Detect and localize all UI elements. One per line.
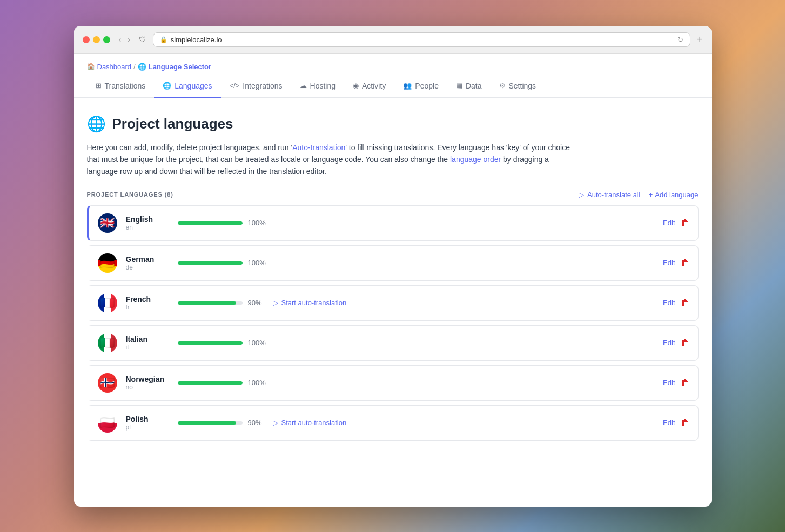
breadcrumb-separator: / (133, 63, 136, 71)
shield-icon: 🛡 (139, 35, 146, 44)
new-tab-button[interactable]: + (697, 34, 703, 45)
flag-icon: 🇫🇷 (98, 293, 117, 313)
progress-section: 100% (178, 379, 655, 387)
delete-button[interactable]: 🗑 (681, 258, 689, 268)
progress-fill (178, 301, 236, 305)
main-content: 🌐 Project languages Here you can add, mo… (74, 98, 712, 462)
add-language-button[interactable]: + Add language (649, 191, 699, 199)
language-row: 🇮🇹 Italian it 100% Edit 🗑 (87, 325, 699, 361)
languages-header: PROJECT LANGUAGES (8) ▷ Auto-translate a… (87, 191, 699, 199)
language-code: fr (126, 304, 169, 311)
edit-button[interactable]: Edit (663, 419, 675, 427)
traffic-lights (83, 36, 110, 43)
progress-section: 100% (178, 259, 655, 267)
tab-languages[interactable]: 🌐 Languages (154, 75, 220, 98)
language-name: Italian (126, 335, 169, 344)
page-header: 🌐 Project languages (87, 115, 699, 133)
breadcrumb: 🏠 Dashboard / 🌐 Language Selector (74, 54, 712, 71)
activity-icon: ◉ (353, 82, 359, 90)
tab-translations[interactable]: ⊞ Translations (87, 75, 155, 98)
play-icon: ▷ (273, 419, 278, 427)
url-bar[interactable]: 🔒 simplelocalize.io ↻ (153, 32, 690, 47)
back-button[interactable]: ‹ (117, 35, 124, 44)
home-icon: 🏠 (87, 63, 95, 70)
header-actions: ▷ Auto-translate all + Add language (579, 191, 698, 199)
language-code: pl (126, 423, 169, 431)
progress-bar (178, 221, 243, 225)
flag-icon: 🇬🇧 (98, 213, 117, 233)
edit-button[interactable]: Edit (663, 259, 675, 267)
edit-button[interactable]: Edit (663, 299, 675, 307)
delete-button[interactable]: 🗑 (681, 338, 689, 348)
progress-bar (178, 421, 243, 425)
browser-content: 🏠 Dashboard / 🌐 Language Selector ⊞ Tran… (74, 54, 712, 507)
language-name: English (126, 215, 169, 224)
language-name: Norwegian (126, 375, 169, 383)
progress-fill (178, 341, 243, 345)
auto-translation-link[interactable]: Auto-translation (292, 143, 345, 152)
settings-icon: ⚙ (499, 82, 506, 90)
tab-data[interactable]: ▦ Data (447, 75, 491, 98)
edit-button[interactable]: Edit (663, 339, 675, 347)
language-order-link[interactable]: language order (450, 155, 501, 164)
start-auto-translation-button[interactable]: ▷ Start auto-translation (273, 299, 347, 307)
forward-button[interactable]: › (125, 35, 132, 44)
progress-percentage: 100% (248, 219, 267, 227)
plus-icon: + (649, 191, 653, 199)
language-row: 🇩🇪 German de 100% Edit 🗑 (87, 245, 699, 281)
row-actions: Edit 🗑 (663, 418, 689, 428)
page-title: Project languages (112, 116, 233, 132)
progress-bar (178, 261, 243, 265)
delete-button[interactable]: 🗑 (681, 418, 689, 428)
flag-icon: 🇩🇪 (98, 253, 117, 273)
edit-button[interactable]: Edit (663, 379, 675, 387)
language-code: en (126, 224, 169, 231)
progress-fill (178, 221, 243, 225)
flag-icon: 🇵🇱 (98, 413, 117, 433)
language-list: 🇬🇧 English en 100% Edit 🗑 🇩🇪 German de 1… (87, 205, 699, 441)
language-row: 🇬🇧 English en 100% Edit 🗑 (87, 205, 699, 241)
browser-window: ‹ › 🛡 🔒 simplelocalize.io ↻ + 🏠 Dashboar… (74, 26, 712, 507)
browser-chrome: ‹ › 🛡 🔒 simplelocalize.io ↻ + (74, 26, 712, 54)
start-auto-translation-button[interactable]: ▷ Start auto-translation (273, 419, 347, 427)
progress-bar (178, 301, 243, 305)
translations-icon: ⊞ (96, 82, 102, 90)
language-name: German (126, 255, 169, 264)
tab-hosting[interactable]: ☁ Hosting (291, 75, 344, 98)
tab-people[interactable]: 👥 People (394, 75, 447, 98)
delete-button[interactable]: 🗑 (681, 298, 689, 308)
progress-bar (178, 381, 243, 385)
nav-arrows: ‹ › (117, 35, 132, 44)
delete-button[interactable]: 🗑 (681, 378, 689, 388)
url-text: simplelocalize.io (171, 36, 222, 44)
edit-button[interactable]: Edit (663, 219, 675, 227)
progress-bar (178, 341, 243, 345)
integrations-icon: </> (230, 82, 240, 90)
progress-section: 90% ▷ Start auto-translation (178, 299, 655, 307)
tab-activity[interactable]: ◉ Activity (344, 75, 394, 98)
language-code: no (126, 383, 169, 391)
language-code: de (126, 264, 169, 271)
close-button[interactable] (83, 36, 90, 43)
delete-button[interactable]: 🗑 (681, 218, 689, 228)
row-actions: Edit 🗑 (663, 378, 689, 388)
page-description: Here you can add, modify, delete project… (87, 142, 573, 178)
dashboard-link[interactable]: Dashboard (97, 63, 132, 71)
row-actions: Edit 🗑 (663, 218, 689, 228)
language-row: 🇵🇱 Polish pl 90% ▷ Start auto-translatio… (87, 405, 699, 441)
progress-fill (178, 381, 243, 385)
reload-button[interactable]: ↻ (677, 36, 683, 44)
tab-settings[interactable]: ⚙ Settings (491, 75, 545, 98)
minimize-button[interactable] (93, 36, 100, 43)
progress-percentage: 100% (248, 379, 267, 387)
progress-percentage: 100% (248, 339, 267, 347)
tab-integrations[interactable]: </> Integrations (221, 75, 291, 98)
language-info: French fr (126, 295, 169, 311)
row-actions: Edit 🗑 (663, 258, 689, 268)
people-icon: 👥 (403, 82, 412, 90)
language-info: Norwegian no (126, 375, 169, 391)
row-actions: Edit 🗑 (663, 298, 689, 308)
play-icon: ▷ (273, 299, 278, 307)
auto-translate-all-button[interactable]: ▷ Auto-translate all (579, 191, 640, 199)
maximize-button[interactable] (103, 36, 110, 43)
